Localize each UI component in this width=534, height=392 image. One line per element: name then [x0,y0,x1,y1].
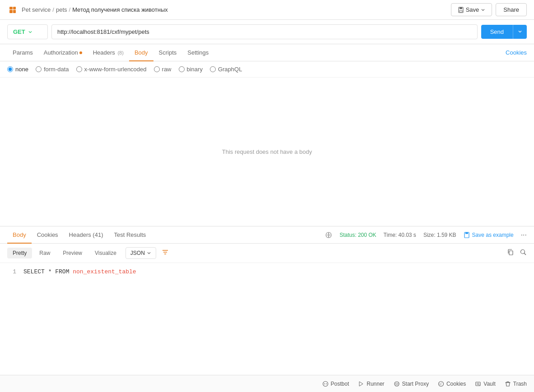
svg-point-22 [440,384,441,385]
app-logo [7,5,18,15]
filter-svg [162,249,169,256]
save-icon [458,7,464,13]
breadcrumb-service[interactable]: Pet service [22,6,51,13]
svg-point-21 [441,384,441,385]
copy-svg [507,249,514,256]
breadcrumb-sep2: / [69,6,71,13]
format-tab-pretty[interactable]: Pretty [7,248,32,258]
svg-marker-16 [359,382,363,386]
footer-runner[interactable]: Runner [358,381,384,387]
radio-form-data[interactable] [36,66,42,72]
search-button[interactable] [520,249,527,258]
footer-vault[interactable]: Vault [475,381,495,387]
url-bar: GET Send [0,20,534,44]
runner-icon [358,381,364,387]
header: Pet service / pets / Метод получения спи… [0,0,534,20]
tab-body[interactable]: Body [129,45,153,61]
svg-point-13 [323,381,328,386]
share-button[interactable]: Share [496,3,527,16]
send-button-group: Send [481,25,527,39]
body-option-urlencoded[interactable]: x-www-form-urlencoded [76,66,147,73]
breadcrumb-current: Метод получения списка животных [72,6,168,13]
send-dropdown-icon [518,29,522,34]
response-code-area: 1 SELECT * FROM non_existent_table [0,263,534,375]
tab-cookies-link[interactable]: Cookies [506,49,527,56]
footer: Postbot Runner Start Proxy Cookies Vault… [0,375,534,392]
svg-point-19 [440,383,441,384]
more-options-button[interactable]: ··· [521,231,527,239]
body-option-graphql[interactable]: GraphQL [210,66,242,73]
tab-authorization[interactable]: Authorization [38,45,88,61]
svg-rect-1 [460,7,462,9]
response-tab-test-results[interactable]: Test Results [108,227,151,244]
body-empty-message: This request does not have a body [0,78,534,226]
footer-start-proxy[interactable]: Start Proxy [394,381,429,387]
response-format-select[interactable]: JSON [125,247,156,259]
code-line-1: 1 SELECT * FROM non_existent_table [7,268,527,275]
radio-raw[interactable] [154,66,160,72]
format-tab-visualize[interactable]: Visualize [89,248,122,258]
response-section: Body Cookies Headers (41) Test Results S… [0,226,534,375]
body-option-binary[interactable]: binary [179,66,203,73]
copy-button[interactable] [507,249,514,258]
svg-rect-10 [509,251,513,255]
format-tab-raw[interactable]: Raw [34,248,56,258]
radio-urlencoded[interactable] [76,66,82,72]
svg-point-15 [326,383,327,384]
tab-params[interactable]: Params [7,45,38,61]
search-svg [520,249,527,256]
radio-none[interactable] [7,66,13,72]
response-tab-cookies[interactable]: Cookies [32,227,64,244]
tab-scripts[interactable]: Scripts [153,45,182,61]
svg-point-24 [477,383,479,385]
trash-icon [505,381,511,387]
response-tabs-bar: Body Cookies Headers (41) Test Results S… [0,226,534,244]
postbot-icon [322,381,329,387]
svg-line-12 [525,254,526,255]
breadcrumb-collection[interactable]: pets [56,6,67,13]
globe-icon [325,231,332,239]
radio-graphql[interactable] [210,66,216,72]
body-option-none[interactable]: none [7,66,28,73]
radio-binary[interactable] [179,66,185,72]
vault-icon [475,381,481,387]
footer-postbot[interactable]: Postbot [322,381,349,387]
svg-rect-6 [465,232,468,234]
svg-rect-2 [460,10,462,12]
svg-point-20 [441,383,442,383]
line-number: 1 [7,268,16,275]
save-button[interactable]: Save [451,3,492,16]
send-button[interactable]: Send [481,25,513,39]
url-input[interactable] [51,24,478,39]
response-status-bar: Status: 200 OK Time: 40.03 s Size: 1.59 … [325,231,527,239]
proxy-icon [394,381,400,387]
body-option-raw[interactable]: raw [154,66,172,73]
response-tab-headers[interactable]: Headers (41) [64,227,109,244]
method-select[interactable]: GET [7,24,48,39]
svg-point-18 [438,381,443,386]
save-example-icon [464,232,470,238]
svg-line-25 [479,385,480,386]
svg-point-11 [521,250,525,254]
tab-settings[interactable]: Settings [182,45,214,61]
tab-headers[interactable]: Headers (8) [88,45,129,61]
authorization-dot [79,51,82,54]
method-value: GET [13,28,25,35]
response-format-bar: Pretty Raw Preview Visualize JSON [0,244,534,263]
svg-point-14 [324,383,325,384]
body-option-form-data[interactable]: form-data [36,66,69,73]
footer-trash[interactable]: Trash [505,381,527,387]
response-tab-body[interactable]: Body [7,227,32,244]
breadcrumb: Pet service / pets / Метод получения спи… [22,6,451,13]
format-dropdown-icon [147,251,151,255]
footer-cookies[interactable]: Cookies [438,381,466,387]
format-tab-preview[interactable]: Preview [57,248,88,258]
response-size: Size: 1.59 KB [423,232,456,238]
save-example-button[interactable]: Save as example [464,232,514,238]
send-dropdown-button[interactable] [513,25,527,39]
response-time: Time: 40.03 s [384,232,416,238]
response-status-text: Status: 200 OK [339,232,376,238]
code-content: SELECT * FROM non_existent_table [23,268,136,275]
header-actions: Save Share [451,3,527,16]
filter-icon[interactable] [162,249,169,258]
